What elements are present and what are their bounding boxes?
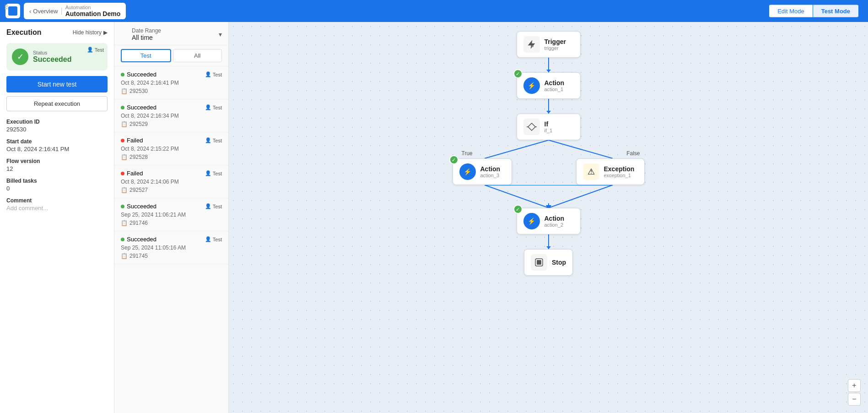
execution-id-field: Execution ID 292530 bbox=[6, 119, 108, 133]
exception-node[interactable]: ⚠ Exception exception_1 bbox=[576, 158, 645, 185]
history-item[interactable]: Succeeded 👤 Test Oct 8, 2024 2:16:41 PM … bbox=[114, 66, 228, 99]
execution-header: Execution Hide history ▶ bbox=[6, 28, 108, 37]
if-node[interactable]: If if_1 bbox=[517, 114, 581, 140]
svg-point-0 bbox=[532, 45, 534, 47]
action3-node-wrapper: ✓ ⚡ Action action_3 bbox=[453, 158, 512, 185]
action3-icon: ⚡ bbox=[459, 163, 476, 180]
flow-version-field: Flow version 12 bbox=[6, 158, 108, 172]
history-user-icon: 👤 bbox=[205, 137, 211, 143]
history-badge-label: Test bbox=[213, 171, 222, 176]
zoom-controls: + − bbox=[848, 379, 861, 406]
history-id: 📋 291745 bbox=[121, 253, 222, 259]
history-list: Succeeded 👤 Test Oct 8, 2024 2:16:41 PM … bbox=[114, 66, 228, 413]
billed-tasks-value: 0 bbox=[6, 185, 108, 192]
nav-title: Automation Demo bbox=[65, 10, 121, 17]
overview-link[interactable]: Overview bbox=[33, 8, 58, 15]
svg-line-3 bbox=[485, 140, 549, 158]
history-id: 📋 292529 bbox=[121, 121, 222, 127]
status-text: Status Succeeded bbox=[33, 50, 71, 64]
flow-version-value: 12 bbox=[6, 165, 108, 172]
history-badge-label: Test bbox=[213, 204, 222, 209]
hide-history-label: Hide history bbox=[73, 29, 102, 36]
trigger-label: Trigger bbox=[545, 38, 566, 45]
zoom-in-button[interactable]: + bbox=[848, 379, 861, 392]
stop-text: Stop bbox=[552, 259, 566, 266]
action3-sublabel: action_3 bbox=[480, 173, 501, 178]
date-range-header: ⠿ Date Range All time ▾ bbox=[114, 22, 228, 45]
history-date: Oct 8, 2024 2:15:22 PM bbox=[121, 146, 222, 152]
start-date-field: Start date Oct 8, 2024 2:16:41 PM bbox=[6, 138, 108, 152]
mode-buttons: Edit Mode Test Mode bbox=[769, 5, 859, 18]
history-item[interactable]: Failed 👤 Test Oct 8, 2024 2:14:06 PM 📋 2… bbox=[114, 165, 228, 198]
action2-node[interactable]: ✓ ⚡ Action action_2 bbox=[517, 208, 581, 234]
stop-node-wrapper: Stop bbox=[524, 249, 573, 276]
meta-section: Execution ID 292530 Start date Oct 8, 20… bbox=[6, 119, 108, 212]
action1-node[interactable]: ✓ ⚡ Action action_1 bbox=[517, 72, 581, 99]
history-status-label: Failed bbox=[127, 137, 143, 144]
history-status-label: Succeeded bbox=[127, 236, 156, 243]
trigger-node[interactable]: Trigger trigger bbox=[517, 31, 581, 58]
trigger-sublabel: trigger bbox=[545, 45, 566, 51]
start-new-test-button[interactable]: Start new test bbox=[6, 76, 108, 92]
history-id-icon: 📋 bbox=[121, 154, 128, 160]
hide-history-button[interactable]: Hide history ▶ bbox=[73, 29, 108, 36]
action1-node-wrapper: ✓ ⚡ Action action_1 bbox=[517, 72, 581, 114]
history-id-icon: 📋 bbox=[121, 121, 128, 127]
history-id: 📋 292528 bbox=[121, 154, 222, 160]
edit-mode-button[interactable]: Edit Mode bbox=[769, 5, 813, 18]
history-status-dot bbox=[121, 205, 124, 208]
connector-1 bbox=[548, 58, 549, 72]
true-label: True bbox=[462, 150, 473, 157]
history-item[interactable]: Succeeded 👤 Test Sep 25, 2024 11:06:21 A… bbox=[114, 198, 228, 231]
history-id-icon: 📋 bbox=[121, 253, 128, 259]
history-item[interactable]: Failed 👤 Test Oct 8, 2024 2:15:22 PM 📋 2… bbox=[114, 132, 228, 165]
branch-nodes: ✓ ⚡ Action action_3 ⚠ Exception bbox=[421, 158, 677, 185]
history-date: Oct 8, 2024 2:16:34 PM bbox=[121, 113, 222, 119]
history-status-label: Succeeded bbox=[127, 203, 156, 210]
flow-version-label: Flow version bbox=[6, 158, 108, 164]
history-status-dot bbox=[121, 139, 124, 142]
if-sublabel: if_1 bbox=[545, 128, 553, 133]
exception-sublabel: exception_1 bbox=[604, 173, 635, 178]
history-user-icon: 👤 bbox=[205, 203, 211, 209]
connector-3 bbox=[548, 234, 549, 249]
history-test-badge: 👤 Test bbox=[205, 71, 222, 77]
connector-2 bbox=[548, 99, 549, 114]
main-content: Execution Hide history ▶ ✓ Status Succee… bbox=[0, 22, 868, 413]
history-badge-label: Test bbox=[213, 237, 222, 242]
tab-all[interactable]: All bbox=[173, 49, 222, 62]
filter-tabs: Test All bbox=[114, 45, 228, 66]
merge-lines bbox=[421, 185, 677, 208]
trigger-icon bbox=[523, 36, 540, 53]
status-value: Succeeded bbox=[33, 55, 71, 64]
back-button[interactable]: ‹ Overview bbox=[29, 8, 58, 15]
execution-title: Execution bbox=[6, 28, 41, 37]
history-id-icon: 📋 bbox=[121, 220, 128, 226]
stop-node[interactable]: Stop bbox=[524, 249, 573, 276]
logo-icon bbox=[8, 6, 17, 16]
history-test-badge: 👤 Test bbox=[205, 104, 222, 110]
add-comment[interactable]: Add comment... bbox=[6, 205, 108, 212]
user-icon: 👤 bbox=[87, 47, 93, 53]
history-user-icon: 👤 bbox=[205, 104, 211, 110]
branch-lines: True False bbox=[421, 140, 677, 158]
history-status-label: Succeeded bbox=[127, 104, 156, 111]
header-nav: ‹ Overview | Automation Automation Demo bbox=[24, 3, 126, 19]
false-label: False bbox=[626, 150, 640, 157]
action1-icon: ⚡ bbox=[523, 77, 540, 94]
action3-node[interactable]: ✓ ⚡ Action action_3 bbox=[453, 158, 512, 185]
date-range-chevron-icon[interactable]: ▾ bbox=[219, 31, 222, 38]
history-badge-label: Test bbox=[213, 72, 222, 77]
flow-canvas[interactable]: Trigger trigger ✓ ⚡ Action action_1 bbox=[229, 22, 868, 413]
exception-node-wrapper: ⚠ Exception exception_1 bbox=[576, 158, 645, 185]
repeat-execution-button[interactable]: Repeat execution bbox=[6, 96, 108, 111]
zoom-out-button[interactable]: − bbox=[848, 393, 861, 406]
if-node-wrapper: If if_1 bbox=[517, 114, 581, 140]
history-item[interactable]: Succeeded 👤 Test Sep 25, 2024 11:05:16 A… bbox=[114, 231, 228, 264]
history-item[interactable]: Succeeded 👤 Test Oct 8, 2024 2:16:34 PM … bbox=[114, 99, 228, 132]
header-divider: | bbox=[61, 7, 63, 15]
test-mode-button[interactable]: Test Mode bbox=[813, 5, 859, 18]
nav-section: Automation bbox=[65, 5, 121, 10]
action2-label: Action bbox=[545, 215, 565, 222]
tab-test[interactable]: Test bbox=[121, 49, 171, 62]
